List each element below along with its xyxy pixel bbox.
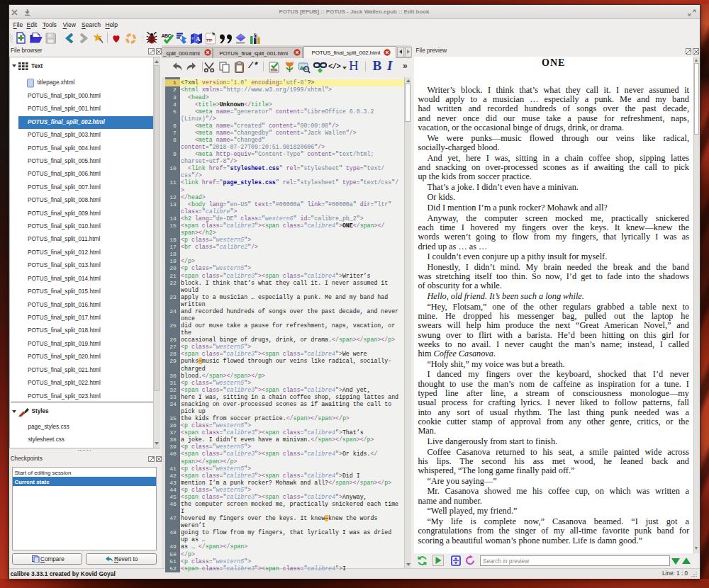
svg-text:A: A	[196, 35, 201, 43]
svg-text:TTF: TTF	[206, 38, 213, 43]
svg-text:HTML: HTML	[271, 69, 279, 72]
svg-text:ABC: ABC	[162, 33, 172, 38]
